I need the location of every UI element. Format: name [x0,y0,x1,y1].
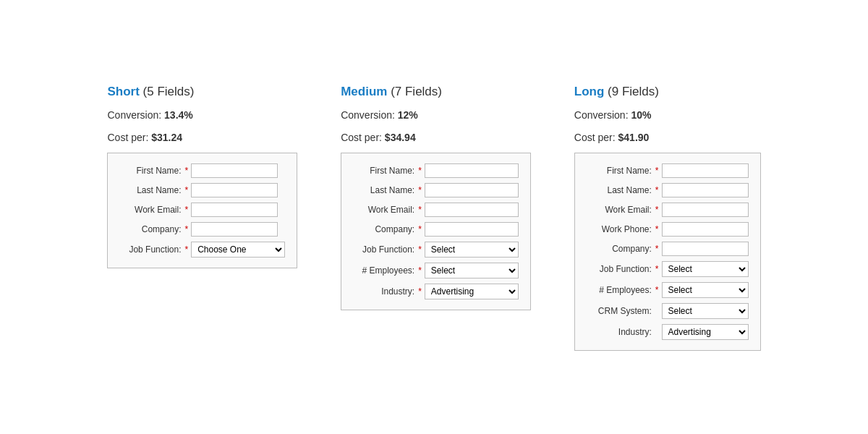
long-row-jobfunction: Job Function: * Select [587,261,749,277]
long-label-employees: # Employees: [587,285,652,295]
long-select-employees[interactable]: Select [662,282,749,298]
main-container: Short (5 Fields) Conversion: 13.4% Cost … [93,69,775,365]
medium-required-email: * [418,205,422,215]
long-required-employees: * [655,285,659,295]
short-conversion-label: Conversion: [107,109,161,121]
short-cost: Cost per: $31.24 [107,130,297,145]
short-input-company[interactable] [191,222,278,237]
medium-row-firstname: First Name: * [353,163,519,178]
short-form-section: Short (5 Fields) Conversion: 13.4% Cost … [107,83,297,268]
short-conversion-value: 13.4% [164,109,193,121]
short-title-label: Short [107,85,139,98]
medium-required-jobfunction: * [418,244,422,255]
long-input-email[interactable] [662,203,749,217]
long-select-crm[interactable]: Select [662,303,749,319]
medium-select-jobfunction[interactable]: Select [425,242,519,258]
long-row-company: Company: * [587,242,749,256]
medium-label-lastname: Last Name: [353,185,414,195]
long-label-jobfunction: Job Function: [587,264,652,274]
long-row-email: Work Email: * [587,203,749,217]
long-required-lastname: * [655,185,659,195]
long-conversion: Conversion: 10% [574,108,761,123]
medium-select-employees[interactable]: Select [425,263,519,278]
long-conversion-label: Conversion: [574,109,629,121]
medium-label-jobfunction: Job Function: [353,244,414,255]
long-label-lastname: Last Name: [587,185,652,195]
medium-input-firstname[interactable] [425,163,519,178]
long-required-email: * [655,205,659,215]
short-input-firstname[interactable] [191,163,278,178]
short-form-box: First Name: * Last Name: * Work Email: *… [107,153,297,268]
long-title-label: Long [574,85,605,98]
long-label-industry: Industry: [587,327,652,337]
long-cost: Cost per: $41.90 [574,130,761,145]
medium-label-employees: # Employees: [353,265,414,276]
short-row-jobfunction: Job Function: * Choose One [119,242,285,258]
medium-required-industry: * [418,286,422,297]
long-required-firstname: * [655,166,659,176]
long-input-lastname[interactable] [662,183,749,197]
long-label-crm: CRM System: [587,306,652,316]
long-label-firstname: First Name: [587,166,652,176]
long-title-fields: (9 Fields) [608,85,659,98]
medium-label-company: Company: [353,224,414,234]
short-row-company: Company: * [119,222,285,237]
short-required-email: * [184,205,188,215]
short-label-jobfunction: Job Function: [119,244,181,255]
short-required-company: * [184,224,188,234]
long-cost-label: Cost per: [574,132,616,143]
long-input-firstname[interactable] [662,163,749,178]
long-row-lastname: Last Name: * [587,183,749,197]
medium-conversion: Conversion: 12% [341,108,531,123]
long-form-box: First Name: * Last Name: * Work Email: *… [574,153,761,351]
medium-input-lastname[interactable] [425,183,519,197]
long-required-company: * [655,244,659,254]
medium-conversion-label: Conversion: [341,109,395,121]
long-label-email: Work Email: [587,205,652,215]
long-form-section: Long (9 Fields) Conversion: 10% Cost per… [574,83,761,351]
medium-label-firstname: First Name: [353,166,414,176]
medium-form-box: First Name: * Last Name: * Work Email: *… [341,153,531,310]
medium-cost-label: Cost per: [341,132,382,143]
short-row-email: Work Email: * [119,203,285,217]
medium-select-industry[interactable]: Advertising [425,284,519,299]
medium-row-lastname: Last Name: * [353,183,519,197]
long-input-company[interactable] [662,242,749,256]
long-select-industry[interactable]: Advertising [662,324,749,340]
medium-required-firstname: * [418,166,422,176]
medium-label-email: Work Email: [353,205,414,215]
long-conversion-value: 10% [631,109,651,121]
medium-row-jobfunction: Job Function: * Select [353,242,519,258]
short-input-lastname[interactable] [191,183,278,197]
short-label-email: Work Email: [119,205,181,215]
short-cost-value: $31.24 [151,132,182,143]
short-label-lastname: Last Name: [119,185,181,195]
long-row-industry: Industry: * Advertising [587,324,749,340]
long-required-phone: * [655,224,659,234]
short-required-lastname: * [184,185,188,195]
medium-title-fields: (7 Fields) [391,85,442,98]
long-required-jobfunction: * [655,264,659,274]
long-input-phone[interactable] [662,222,749,237]
long-row-crm: CRM System: * Select [587,303,749,319]
long-cost-value: $41.90 [618,132,650,143]
long-row-employees: # Employees: * Select [587,282,749,298]
short-select-jobfunction[interactable]: Choose One [191,242,285,258]
medium-cost: Cost per: $34.94 [341,130,531,145]
medium-cost-value: $34.94 [385,132,416,143]
short-label-company: Company: [119,224,181,234]
medium-row-email: Work Email: * [353,203,519,217]
long-title: Long (9 Fields) [574,83,761,101]
medium-required-company: * [418,224,422,234]
medium-required-lastname: * [418,185,422,195]
long-label-phone: Work Phone: [587,224,652,234]
medium-conversion-value: 12% [398,109,418,121]
medium-required-employees: * [418,265,422,276]
medium-input-company[interactable] [425,222,519,237]
short-row-firstname: First Name: * [119,163,285,178]
short-cost-label: Cost per: [107,132,148,143]
long-select-jobfunction[interactable]: Select [662,261,749,277]
medium-form-section: Medium (7 Fields) Conversion: 12% Cost p… [341,83,531,310]
short-input-email[interactable] [191,203,278,217]
medium-input-email[interactable] [425,203,519,217]
